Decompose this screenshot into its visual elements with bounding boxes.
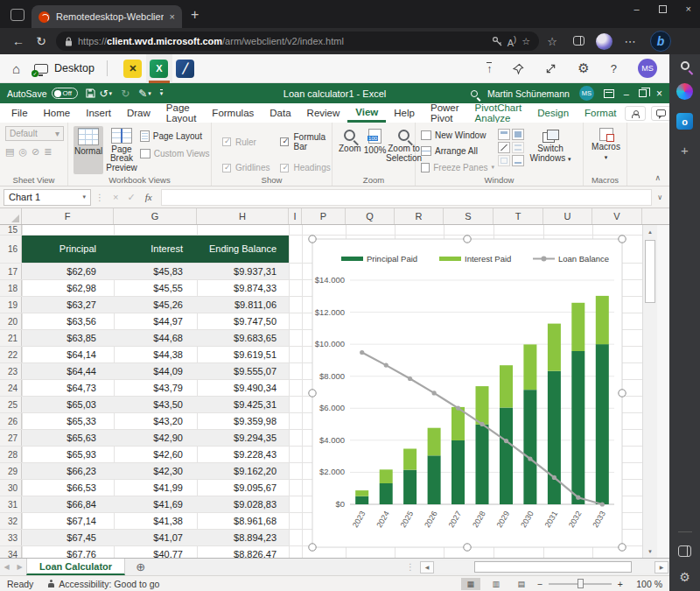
browser-profile-avatar[interactable] (596, 33, 612, 50)
table-cell[interactable]: $45,26 (114, 297, 197, 313)
table-cell[interactable]: $41,07 (114, 530, 197, 545)
excel-close-button[interactable]: × (656, 88, 662, 100)
new-sheet-view-icon[interactable]: ⊘ (32, 146, 39, 158)
zoom-button[interactable]: Zoom (338, 126, 362, 174)
tab-close-icon[interactable]: × (170, 11, 175, 22)
column-header-R[interactable]: R (395, 208, 444, 224)
ribbon-tab-power-pivot[interactable]: Power Pivot (423, 103, 467, 123)
reset-window-position-button[interactable] (512, 155, 524, 166)
column-header-I[interactable]: I (289, 208, 302, 224)
table-cell[interactable]: $65,63 (22, 430, 114, 446)
column-header-P[interactable]: P (302, 208, 346, 224)
ribbon-tab-insert[interactable]: Insert (78, 103, 119, 123)
rd-user-avatar[interactable]: MS (638, 59, 657, 78)
redo-button[interactable]: ↻ (121, 88, 130, 100)
home-icon[interactable]: ⌂ (12, 61, 20, 76)
ribbon-tab-page-layout[interactable]: Page Layout (158, 103, 205, 123)
row-header-22[interactable]: 22 (0, 347, 22, 362)
sidebar-panel-icon[interactable] (678, 545, 691, 557)
table-header-cell[interactable]: Principal (22, 236, 114, 263)
scroll-up-icon[interactable]: ▲ (643, 225, 657, 238)
table-cell[interactable]: $63,85 (22, 330, 114, 346)
new-tab-button[interactable]: + (191, 7, 199, 23)
vertical-scroll-thumb[interactable] (645, 240, 655, 303)
url-bar[interactable]: https://client.wvd.microsoft.com/arm/web… (56, 32, 539, 51)
row-header-17[interactable]: 17 (0, 264, 22, 279)
table-cell[interactable]: $44,38 (114, 347, 197, 362)
row-header-33[interactable]: 33 (0, 530, 22, 545)
confirm-entry-icon[interactable]: ✓ (127, 192, 135, 203)
ribbon-tab-draw[interactable]: Draw (119, 103, 158, 123)
row-header-23[interactable]: 23 (0, 363, 22, 379)
sidebar-add-icon[interactable]: + (681, 143, 689, 158)
ribbon-tab-data[interactable]: Data (262, 103, 298, 123)
normal-view-button[interactable]: Normal (74, 126, 103, 174)
sheet-tab-loan-calculator[interactable]: Loan Calculator (26, 559, 125, 575)
browser-menu-icon[interactable]: ⋯ (617, 35, 643, 48)
ribbon-display-options-icon[interactable] (604, 89, 614, 98)
back-icon[interactable]: ← (7, 34, 30, 48)
formula-grip[interactable]: ⋮ (95, 193, 104, 202)
table-cell[interactable]: $9.747,50 (197, 313, 289, 329)
custom-views-button[interactable]: Custom Views (140, 146, 210, 161)
table-cell[interactable]: $41,38 (114, 513, 197, 529)
table-cell[interactable]: $63,27 (22, 297, 114, 313)
ribbon-tab-formulas[interactable]: Formulas (204, 103, 262, 123)
row-header-16[interactable]: 16 (0, 236, 22, 263)
row-header-34[interactable]: 34 (0, 546, 22, 558)
row-header-18[interactable]: 18 (0, 280, 22, 296)
cancel-entry-icon[interactable]: × (113, 192, 118, 202)
row-header-29[interactable]: 29 (0, 463, 22, 479)
row-header-26[interactable]: 26 (0, 413, 22, 429)
freeze-panes-button[interactable]: Freeze Panes ▾ (421, 161, 494, 174)
exit-sheet-view-icon[interactable]: ◎ (18, 146, 27, 158)
table-cell[interactable]: $43,79 (114, 380, 197, 396)
table-header-cell[interactable]: Interest (114, 236, 197, 263)
sidebar-outlook-icon[interactable]: o (676, 113, 693, 130)
sheet-view-dropdown[interactable]: Default▾ (5, 126, 64, 141)
zoom-in-icon[interactable]: + (618, 579, 623, 589)
checkbox-ruler[interactable]: Ruler (222, 130, 270, 153)
new-sheet-icon[interactable]: ⊕ (136, 559, 145, 575)
column-header-S[interactable]: S (444, 208, 494, 224)
desktop-session-button[interactable]: Desktop (34, 62, 94, 74)
table-cell[interactable]: $40,77 (114, 546, 197, 558)
checkbox-formula-bar[interactable]: Formula Bar (280, 130, 330, 153)
settings-gear-icon[interactable]: ⚙ (578, 60, 589, 76)
table-cell[interactable]: $9.425,31 (197, 397, 289, 412)
table-cell[interactable]: $65,03 (22, 397, 114, 412)
ribbon-tab-review[interactable]: Review (299, 103, 348, 123)
view-normal-button[interactable]: ▦ (461, 578, 480, 590)
table-cell[interactable]: $8.961,68 (197, 513, 289, 529)
window-close-button[interactable]: × (686, 4, 691, 14)
help-icon[interactable]: ? (611, 62, 617, 75)
row-header-30[interactable]: 30 (0, 480, 22, 496)
table-cell[interactable]: $43,50 (114, 397, 197, 412)
table-cell[interactable]: $63,56 (22, 313, 114, 329)
column-header-Q[interactable]: Q (346, 208, 395, 224)
table-cell[interactable]: $9.028,83 (197, 496, 289, 512)
view-page-layout-button[interactable]: ▥ (486, 578, 506, 590)
table-cell[interactable]: $67,76 (22, 546, 114, 558)
hscroll-left-icon[interactable]: ◀ (420, 561, 434, 573)
row-header-19[interactable]: 19 (0, 297, 22, 313)
table-cell[interactable]: $65,93 (22, 447, 114, 462)
checkbox-gridlines[interactable]: Gridlines (222, 161, 270, 174)
row-header-32[interactable]: 32 (0, 513, 22, 529)
ribbon-tab-pivotchart-analyze[interactable]: PivotChart Analyze (467, 103, 530, 123)
table-cell[interactable]: $9.228,43 (197, 447, 289, 462)
table-cell[interactable]: $62,98 (22, 280, 114, 296)
table-cell[interactable]: $42,60 (114, 447, 197, 462)
excel-minimize-button[interactable]: – (624, 88, 629, 99)
ribbon-tab-view[interactable]: View (347, 103, 386, 123)
comments-button[interactable] (651, 106, 672, 121)
checkbox-headings[interactable]: Headings (280, 161, 330, 174)
row-header-27[interactable]: 27 (0, 430, 22, 446)
row-header-24[interactable]: 24 (0, 380, 22, 396)
sheet-view-options-icon[interactable]: ≣ (44, 146, 52, 158)
column-header-F[interactable]: F (22, 208, 114, 224)
table-cell[interactable]: $9.683,65 (197, 330, 289, 346)
column-header-T[interactable]: T (494, 208, 543, 224)
excel-restore-button[interactable] (639, 89, 647, 97)
sidebar-m365-icon[interactable] (676, 83, 693, 100)
